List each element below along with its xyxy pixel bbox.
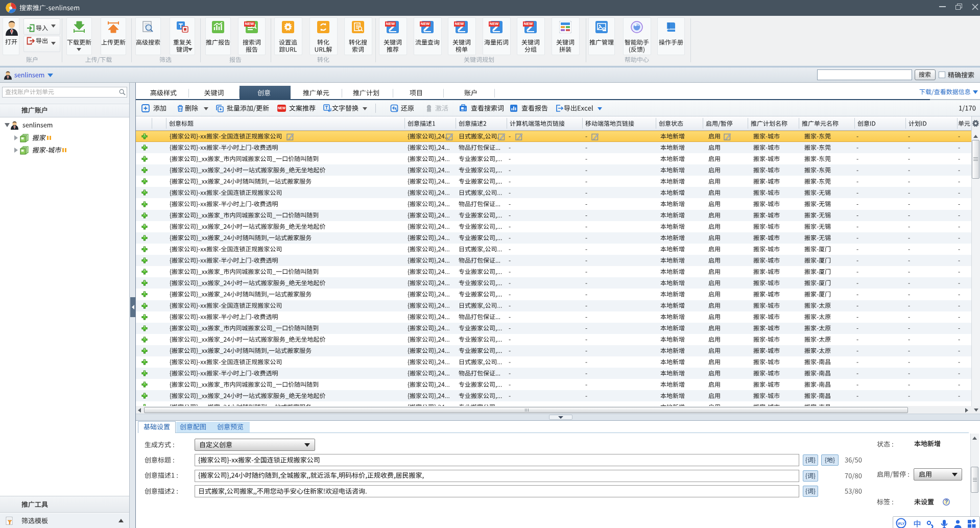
svg-text:iFLY: iFLY bbox=[898, 522, 905, 525]
svg-text:?: ? bbox=[945, 499, 948, 505]
